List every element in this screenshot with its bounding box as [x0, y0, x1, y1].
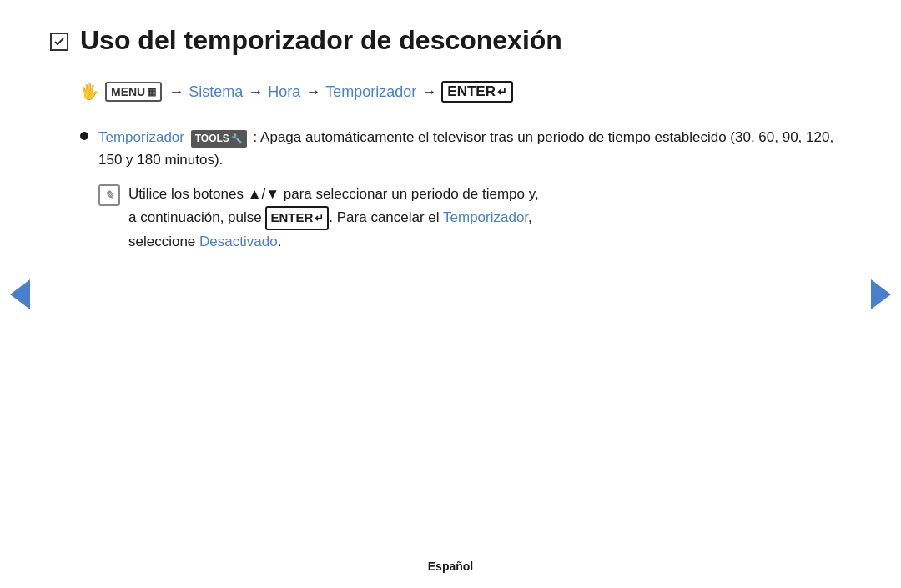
- note-body2-post: ,: [528, 209, 532, 225]
- checkbox-icon: [50, 33, 68, 51]
- temporizador-link-2: Temporizador: [443, 209, 528, 225]
- tools-badge: TOOLS🔧: [191, 130, 247, 148]
- nav-left-button[interactable]: [10, 279, 30, 309]
- bullet-row: Temporizador TOOLS🔧 : Apaga automáticame…: [80, 126, 834, 171]
- footer-language: Español: [428, 560, 473, 573]
- note-body2-pre: a continuación, pulse: [128, 209, 265, 225]
- arrow-3: →: [305, 83, 320, 101]
- breadcrumb-row: 🖐 MENU ▦ → Sistema → Hora → Temporizador…: [80, 81, 834, 103]
- note-icon: ✎: [98, 184, 120, 206]
- arrow-4: →: [421, 83, 436, 101]
- menu-hand-icon: 🖐: [80, 83, 98, 101]
- note-body2-mid: . Para cancelar el: [329, 209, 443, 225]
- note-body3-post: .: [278, 234, 282, 249]
- page-title: Uso del temporizador de desconexión: [80, 25, 562, 56]
- enter-badge-2: ENTER↵: [265, 206, 329, 230]
- arrow-1: →: [169, 83, 184, 101]
- breadcrumb-hora: Hora: [268, 83, 300, 101]
- desactivado-link: Desactivado: [199, 234, 278, 249]
- title-row: Uso del temporizador de desconexión: [50, 25, 834, 56]
- bullet-dot: [80, 132, 88, 140]
- breadcrumb-temporizador: Temporizador: [325, 83, 416, 101]
- note-body3-pre: seleccione: [128, 234, 199, 249]
- note-body1: Utilice los botones ▲/▼ para seleccionar…: [128, 186, 539, 202]
- arrow-2: →: [248, 83, 263, 101]
- menu-badge: MENU ▦: [105, 82, 162, 102]
- page-container: Uso del temporizador de desconexión 🖐 ME…: [0, 0, 901, 588]
- note-text: Utilice los botones ▲/▼ para seleccionar…: [128, 183, 539, 254]
- content-section: Temporizador TOOLS🔧 : Apaga automáticame…: [80, 126, 834, 254]
- bullet-text: Temporizador TOOLS🔧 : Apaga automáticame…: [98, 126, 834, 171]
- nav-right-button[interactable]: [871, 279, 891, 309]
- note-row: ✎ Utilice los botones ▲/▼ para seleccion…: [98, 183, 834, 254]
- enter-badge: ENTER↵: [441, 81, 513, 103]
- breadcrumb-sistema: Sistema: [189, 83, 243, 101]
- temporizador-link-1: Temporizador: [98, 129, 184, 145]
